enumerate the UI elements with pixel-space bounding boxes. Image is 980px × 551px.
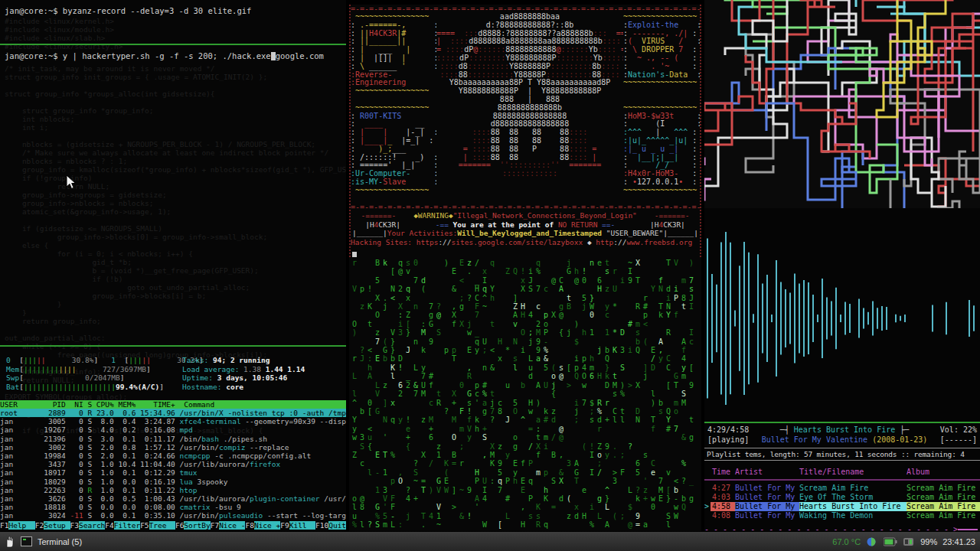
col-title[interactable]: Title/Filename — [799, 468, 906, 477]
fkey-F2[interactable]: F2 — [35, 521, 44, 530]
cmatrix-pane: r V O ) r L l ^ Y y w Z o l u % p z ? J … — [349, 257, 701, 531]
prompt-user-host: jan@core:~$ — [5, 6, 58, 15]
command-hackertyper-tail: google.com — [276, 51, 324, 60]
track-title: Hearts Burst Into Fire — [794, 425, 895, 434]
playlist-row[interactable]: 4:03 Bullet For MyEye Of The StormScream… — [704, 493, 980, 502]
dashes: - - - - - - - - - - - - - - - - - - - - … — [704, 525, 953, 531]
fkey-F7[interactable]: F7 — [211, 521, 219, 530]
right-terminal-window[interactable]: 4:29/4:58 ─┤ Hearts Burst Into Fire ├─ V… — [704, 0, 980, 531]
fkey-F5[interactable]: F5 — [140, 521, 149, 530]
network-tray-icon[interactable] — [866, 536, 878, 547]
skull-ascii-art: ~~~~~~~~~~~~~~~~: .-======-, :: ||H4CK3R… — [351, 13, 700, 203]
playlist-summary: Playlist tems, length: 57 minutes, 11 se… — [704, 448, 980, 461]
center-terminal-window[interactable]: =-=-=-=-=-=-=-=-=-=-=-=-=-=-=-=-=-=-=-=-… — [349, 5, 701, 531]
playlist-scroll-line: - - - - - - - - - - - - - - - - - - - - … — [704, 525, 980, 531]
fkey-F8[interactable]: F8 — [245, 521, 253, 530]
htop-row[interactable]: jan 3005 0 S 8.0 0.4 3:24.87 xfce4-termi… — [0, 417, 346, 425]
command-hackertyper: y | hackertyper.sh -g -f -s 200; ./hack.… — [58, 51, 271, 60]
player-state: [playing] — [707, 435, 749, 444]
htop-row[interactable]: jan 3626 0 S 0.0 0.5 1:00.43 /usr/lib/au… — [0, 494, 346, 503]
htop-row[interactable]: jan 18818 0 S 0.0 0.0 0:08.00 cmatrix -b… — [0, 503, 346, 511]
taskbar: Terminal (5) 67.0 °C 99% 23:41.23 — [0, 532, 980, 551]
htop-column-header[interactable]: USER PID NI S CPU% MEM% TIME+ Command — [0, 400, 346, 409]
fkey-F3[interactable]: F3 — [70, 521, 79, 530]
playlist-row[interactable]: 4:08 Bullet For MyWaking The DemonScream… — [704, 511, 980, 520]
htop-row[interactable]: jan 19267 0 S 4.0 0.2 0:16.08 mpd — [0, 425, 346, 434]
spooky-ascii-pane: =-=-=-=-=-=-=-=-=-=-=-=-=-=-=-=-=-=-=-=-… — [349, 5, 701, 257]
htop-info: Tasks: 94; 2 runningLoad average: 1.38 1… — [182, 356, 305, 391]
fkey-F10[interactable]: F10 — [315, 521, 328, 530]
htop-row[interactable]: jan 3002 0 S 2.0 0.8 1:57.12 /usr/bin/co… — [0, 443, 346, 452]
col-artist[interactable]: Artist — [735, 468, 799, 477]
spooky-top-border: =-=-=-=-=-=-=-=-=-=-=-=-=-=-=-=-=-=-=-=-… — [351, 5, 700, 13]
player-status-line-2: [playing] Bullet For My Valentine (2008-… — [704, 435, 980, 444]
clock[interactable]: 23:41.23 — [942, 537, 975, 546]
shell-prompt-1: jan@core:~$ byzanz-record --delay=3 -d 3… — [5, 6, 251, 15]
htop-row[interactable]: jan 3437 0 S 1.0 10.4 11:04.40 /usr/lib/… — [0, 460, 346, 468]
fkey-F6[interactable]: F6 — [175, 521, 184, 530]
ncmpcpp-pane: 4:29/4:58 ─┤ Hearts Burst Into Fire ├─ V… — [704, 214, 980, 531]
tmux-pane-border-1[interactable] — [0, 44, 346, 45]
progress-indicator[interactable]: [------] — [940, 435, 977, 444]
scroll-tail — [958, 529, 978, 530]
playlist-column-header[interactable]: TimeArtistTitle/FilenameAlbum — [704, 465, 980, 481]
htop-row[interactable]: root 2889 0 R 23.0 0.6 15:34.96 /usr/bin… — [0, 409, 346, 417]
mouse-pointer — [66, 174, 78, 190]
battery-percentage: 99% — [920, 537, 937, 546]
htop-row[interactable]: jan 22263 0 R 1.0 0.1 0:11.22 htop — [0, 486, 346, 494]
command-byzanz: byzanz-record --delay=3 -d 30 elite.gif — [58, 6, 252, 15]
pipes-art — [704, 0, 980, 208]
playlist-row[interactable]: >4:58 Bullet For MyHearts Burst Into Fir… — [704, 502, 980, 511]
col-time[interactable]: Time — [710, 468, 730, 477]
ascii-skull: aad8888888baad:?88888888888?::8b==== :::… — [436, 13, 623, 203]
pipes-screensaver-pane — [704, 0, 980, 208]
shell-prompt-2[interactable]: jan@core:~$ y | hackertyper.sh -g -f -s … — [5, 51, 324, 60]
left-terminal-window[interactable]: jan@core:~$ byzanz-record --delay=3 -d 3… — [0, 0, 346, 531]
htop-meters: 0 [||||| 30.8%] 1 [||||| 30.2%]Mem[|||||… — [6, 356, 204, 391]
battery-tray-icon[interactable] — [884, 537, 897, 546]
track-elapsed-time: 4:29/4:58 — [707, 425, 749, 434]
volume-tray-icon[interactable] — [903, 536, 915, 547]
htop-row[interactable]: jan 19984 0 S 2.0 0.1 0:24.66 ncmpcpp -c… — [0, 452, 346, 460]
track-date: (2008-01-23) — [867, 435, 927, 444]
playlist: 4:27 Bullet For MyScream Aim FireScream … — [704, 484, 980, 520]
ascii-box-left: ~~~~~~~~~~~~~~~~: .-======-, :: ||H4CK3R… — [351, 13, 436, 203]
taskbar-window-button[interactable]: Terminal (5) — [38, 537, 82, 546]
htop-process-list: root 2889 0 R 23.0 0.6 15:34.96 /usr/bin… — [0, 409, 346, 520]
terminal-window-icon[interactable] — [21, 536, 32, 546]
htop-row[interactable]: jan 18029 0 S 1.0 0.0 0:16.19 lua 3spook… — [0, 478, 346, 486]
htop-function-key-bar[interactable]: F1Help F2Setup F3SearchF4FilterF5Tree F6… — [0, 521, 346, 530]
shell-cursor — [352, 252, 357, 257]
cpu-temperature: 67.0 °C — [832, 537, 861, 546]
fkey-F9[interactable]: F9 — [280, 521, 289, 530]
track-artist-banner: Bullet For My Valentine (2008-01-23) — [762, 435, 928, 444]
htop-row[interactable]: jan 18917 0 S 1.0 0.1 0:12.29 tmux — [0, 468, 346, 477]
warning-banner: -======- ◆WARNING◆"Illegal_Network_Conne… — [351, 211, 700, 246]
volume-indicator[interactable]: Vol: 22% — [940, 425, 977, 434]
fkey-F4[interactable]: F4 — [105, 521, 113, 530]
track-artist: Bullet For My Valentine — [762, 435, 867, 444]
visualizer-separator — [704, 422, 980, 423]
col-album[interactable]: Album — [906, 468, 980, 477]
track-title-banner: ─┤ Hearts Burst Into Fire ├─ — [780, 425, 910, 434]
faint-code-1: #include <linux/kernel.h> #include <linu… — [5, 17, 122, 51]
playlist-row[interactable]: 4:27 Bullet For MyScream Aim FireScream … — [704, 484, 980, 493]
audio-visualizer — [704, 214, 980, 422]
prompt-user-host: jan@core:~$ — [5, 51, 58, 60]
htop-row[interactable]: jan 3024 -11 S 0.0 0.1 0:35.10 /usr/bin/… — [0, 511, 346, 520]
desktop-hand-icon[interactable] — [5, 536, 15, 548]
fkey-F1[interactable]: F1 — [0, 521, 8, 530]
ascii-box-right: ~~~~~~~~~~~~~~~~:Exploit-the :: -------,… — [623, 13, 700, 203]
spooky-mid-border: =-=-=-=-=-=-=-=-=-=-=-=-=-=-=-=-=-=-=-=-… — [351, 203, 700, 211]
player-status-line-1: 4:29/4:58 ─┤ Hearts Burst Into Fire ├─ V… — [704, 425, 980, 434]
htop-row[interactable]: jan 21396 0 S 3.0 0.1 0:11.17 /bin/bash … — [0, 435, 346, 443]
htop-panel: 0 [||||| 30.8%] 1 [||||| 30.2%]Mem[|||||… — [0, 347, 346, 531]
